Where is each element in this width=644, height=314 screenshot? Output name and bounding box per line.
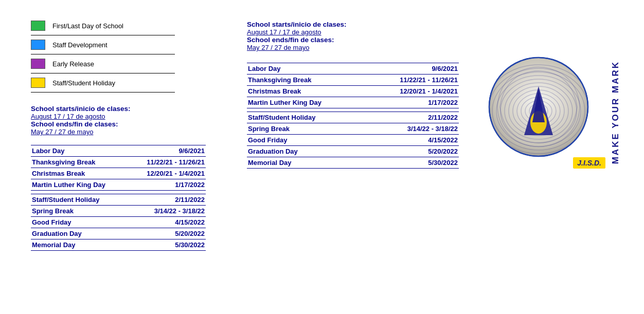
event-date: 12/20/21 - 1/4/2021 (365, 86, 459, 97)
legend-item-staff-dev: Staff Development (31, 40, 175, 54)
event-date: 11/22/21 - 11/26/21 (365, 75, 459, 86)
event-date: 4/15/2022 (129, 217, 206, 228)
event-name: Staff/Student Holiday (31, 194, 129, 206)
event-name: Martin Luther King Day (31, 179, 129, 191)
event-date: 9/6/2021 (365, 63, 459, 75)
first-last-label: First/Last Day of School (52, 22, 123, 30)
school-info-left: School starts/inicio de clases: August 1… (31, 105, 206, 136)
event-date: 3/14/22 - 3/18/22 (365, 123, 459, 135)
event-name: Spring Break (31, 206, 129, 217)
table-row: Christmas Break 12/20/21 - 1/4/2021 (247, 86, 459, 97)
table-separator (31, 191, 206, 194)
event-name: Martin Luther King Day (247, 97, 365, 108)
event-name: Memorial Day (247, 157, 365, 169)
table-row: Thanksgiving Break 11/22/21 - 11/26/21 (247, 75, 459, 86)
event-name: Thanksgiving Break (247, 75, 365, 86)
holiday-color-box (31, 78, 45, 88)
table-row: Christmas Break 12/20/21 - 1/4/2021 (31, 168, 206, 179)
make-your-mark-text: MAKE YOUR MARK (611, 61, 621, 164)
staff-dev-label: Staff Development (52, 41, 108, 49)
legend-item-early-release: Early Release (31, 59, 175, 73)
event-name: Graduation Day (247, 146, 365, 157)
logo-area: MAKE YOUR MARK J.I.S.D. (479, 21, 613, 169)
table-separator (247, 108, 459, 112)
holiday-label: Staff/Student Holiday (52, 79, 115, 87)
event-date: 1/17/2022 (129, 179, 206, 191)
table-row: Staff/Student Holiday 2/11/2022 (247, 112, 459, 123)
table-row: Labor Day 9/6/2021 (247, 63, 459, 75)
event-name: Memorial Day (31, 239, 129, 251)
staff-dev-color-box (31, 40, 45, 50)
right-top: School starts/inicio de clases: August 1… (247, 21, 613, 169)
table-row: Thanksgiving Break 11/22/21 - 11/26/21 (31, 157, 206, 168)
early-release-label: Early Release (52, 60, 94, 68)
event-name: Graduation Day (31, 228, 129, 239)
left-column: First/Last Day of School Staff Developme… (31, 21, 206, 251)
school-starts-link-right[interactable]: August 17 / 17 de agosto (247, 28, 459, 36)
first-last-color-box (31, 21, 45, 31)
event-date: 3/14/22 - 3/18/22 (129, 206, 206, 217)
table-row: Labor Day 9/6/2021 (31, 145, 206, 157)
event-date: 2/11/2022 (129, 194, 206, 206)
table-row: Martin Luther King Day 1/17/2022 (247, 97, 459, 108)
table-row: Good Friday 4/15/2022 (247, 135, 459, 146)
table-row: Graduation Day 5/20/2022 (247, 146, 459, 157)
jisd-badge: J.I.S.D. (573, 157, 605, 169)
event-date: 5/20/2022 (365, 146, 459, 157)
school-ends-link-right[interactable]: May 27 / 27 de mayo (247, 44, 459, 51)
event-name: Spring Break (247, 123, 365, 135)
school-info-right: School starts/inicio de clases: August 1… (247, 21, 459, 51)
school-starts-heading-left: School starts/inicio de clases: (31, 105, 131, 113)
event-date: 9/6/2021 (129, 145, 206, 157)
fingerprint-svg (487, 56, 590, 158)
table-row: Graduation Day 5/20/2022 (31, 228, 206, 239)
event-name: Christmas Break (31, 168, 129, 179)
event-name: Staff/Student Holiday (247, 112, 365, 123)
school-starts-link-left[interactable]: August 17 / 17 de agosto (31, 113, 206, 120)
event-date: 5/30/2022 (365, 157, 459, 169)
page-container: First/Last Day of School Staff Developme… (0, 0, 644, 271)
table-row: Memorial Day 5/30/2022 (31, 239, 206, 251)
event-date: 4/15/2022 (365, 135, 459, 146)
event-date: 1/17/2022 (365, 97, 459, 108)
event-date: 5/20/2022 (129, 228, 206, 239)
table-row: Spring Break 3/14/22 - 3/18/22 (31, 206, 206, 217)
event-name: Labor Day (31, 145, 129, 157)
table-row: Spring Break 3/14/22 - 3/18/22 (247, 123, 459, 135)
school-ends-heading-right: School ends/fin de clases: (247, 36, 334, 44)
table-row: Staff/Student Holiday 2/11/2022 (31, 194, 206, 206)
event-date: 12/20/21 - 1/4/2021 (129, 168, 206, 179)
early-release-color-box (31, 59, 45, 69)
table-row: Martin Luther King Day 1/17/2022 (31, 179, 206, 191)
event-name: Thanksgiving Break (31, 157, 129, 168)
event-name: Labor Day (247, 63, 365, 75)
table-row: Good Friday 4/15/2022 (31, 217, 206, 228)
event-name: Christmas Break (247, 86, 365, 97)
event-name: Good Friday (247, 135, 365, 146)
legend-item-holiday: Staff/Student Holiday (31, 78, 175, 93)
table-row: Memorial Day 5/30/2022 (247, 157, 459, 169)
right-column: School starts/inicio de clases: August 1… (247, 21, 613, 251)
school-ends-heading-left: School ends/fin de clases: (31, 120, 118, 128)
event-name: Good Friday (31, 217, 129, 228)
event-date: 5/30/2022 (129, 239, 206, 251)
right-info: School starts/inicio de clases: August 1… (247, 21, 459, 169)
event-date: 11/22/21 - 11/26/21 (129, 157, 206, 168)
school-ends-link-left[interactable]: May 27 / 27 de mayo (31, 128, 206, 136)
events-table-right: Labor Day 9/6/2021 Thanksgiving Break 11… (247, 63, 459, 169)
school-starts-heading-right: School starts/inicio de clases: (247, 21, 347, 28)
fingerprint-logo: MAKE YOUR MARK J.I.S.D. (487, 56, 605, 169)
event-date: 2/11/2022 (365, 112, 459, 123)
events-table-left: Labor Day 9/6/2021 Thanksgiving Break 11… (31, 145, 206, 251)
legend-item-first-last: First/Last Day of School (31, 21, 175, 35)
legend-list: First/Last Day of School Staff Developme… (31, 21, 206, 93)
